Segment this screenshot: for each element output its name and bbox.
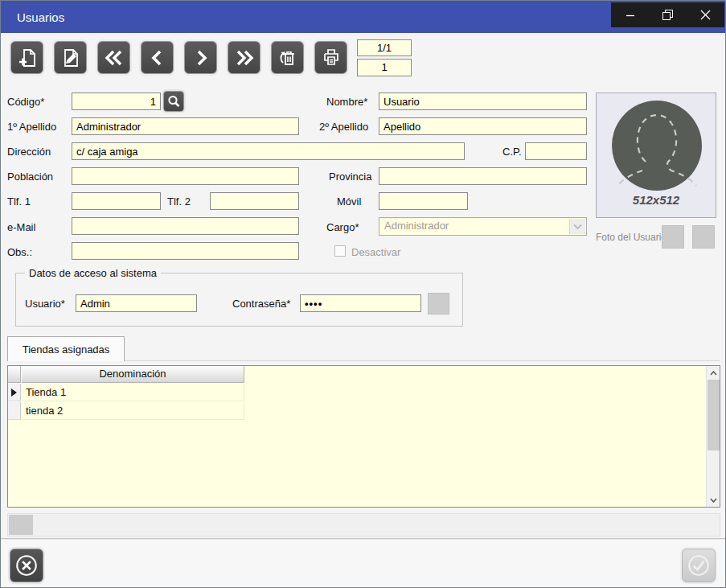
cargo-dropdown-button[interactable] [569, 219, 585, 234]
movil-label: Móvil [337, 195, 361, 208]
cancel-circle-x-icon [13, 552, 40, 579]
cancel-button[interactable] [10, 549, 43, 582]
row-indicator [8, 402, 21, 420]
grid-indicator-header [8, 366, 21, 383]
direccion-input[interactable] [72, 142, 465, 160]
scrollbar-thumb[interactable] [708, 380, 720, 450]
window-title: Usuarios [17, 10, 64, 24]
title-bar: Usuarios [1, 1, 725, 33]
last-record-button[interactable] [228, 41, 260, 74]
apellido1-input[interactable] [72, 117, 299, 135]
cargo-label: Cargo* [326, 221, 359, 233]
previous-record-button[interactable] [141, 41, 174, 74]
nombre-input[interactable] [379, 93, 587, 110]
provincia-input[interactable] [379, 167, 587, 185]
cp-label: C.P. [502, 146, 522, 158]
printer-icon [321, 47, 342, 68]
apellido2-input[interactable] [379, 117, 587, 135]
page-indicator: 1/1 [357, 39, 412, 56]
usuario-input[interactable] [76, 294, 197, 312]
photo-size-text: 512x512 [597, 193, 716, 207]
tlf2-label: Tlf. 2 [167, 195, 191, 208]
new-document-icon [17, 47, 38, 68]
delete-record-button[interactable] [271, 41, 304, 74]
tab-tiendas-asignadas[interactable]: Tiendas asignadas [7, 336, 125, 361]
nombre-label: Nombre* [326, 96, 367, 108]
desactivar-label: Desactivar [351, 246, 400, 258]
apellido2-label: 2º Apellido [319, 121, 368, 133]
current-row-marker-icon [11, 389, 17, 397]
movil-input[interactable] [379, 192, 468, 210]
minimize-button[interactable] [611, 2, 649, 27]
delete-trash-icon [277, 47, 298, 68]
cargo-selected-value: Administrador [384, 220, 449, 232]
email-label: e-Mail [7, 221, 35, 233]
new-record-button[interactable] [10, 41, 43, 74]
chevron-down-icon [573, 224, 582, 230]
horizontal-scrollbar-thumb[interactable] [9, 515, 33, 535]
chevron-down-icon [710, 498, 717, 503]
tlf2-input[interactable] [210, 192, 299, 210]
codigo-input[interactable] [72, 93, 161, 110]
usuario-label: Usuario* [25, 298, 65, 310]
accept-button[interactable] [682, 549, 716, 582]
grid-column-header-denominacion[interactable]: Denominación [22, 366, 244, 383]
accept-check-icon [685, 552, 712, 579]
obs-input[interactable] [72, 242, 299, 260]
search-button[interactable] [163, 91, 184, 112]
photo-clear-button[interactable] [692, 225, 715, 249]
cp-input[interactable] [525, 142, 587, 160]
bottom-bar [1, 539, 725, 587]
row-indicator-current [8, 384, 21, 401]
foto-del-usuario-label: Foto del Usuario [596, 232, 667, 243]
grid-horizontal-scrollbar[interactable] [7, 513, 720, 537]
provincia-label: Provincia [329, 171, 371, 183]
edit-document-icon [60, 47, 81, 68]
tiendas-grid: Denominación Tienda 1 tienda 2 [7, 365, 720, 508]
email-input[interactable] [72, 217, 299, 235]
tlf1-label: Tlf. 1 [7, 195, 31, 208]
contrasena-input[interactable] [300, 294, 421, 312]
apellido1-label: 1º Apellido [7, 121, 56, 133]
chevron-right-icon [191, 47, 211, 68]
desactivar-checkbox[interactable] [334, 245, 346, 257]
scroll-up-button[interactable] [707, 366, 720, 380]
chevrons-right-icon [234, 47, 255, 68]
record-number-field[interactable]: 1 [357, 59, 412, 76]
close-icon [700, 10, 711, 20]
access-group-title: Datos de acceso al sistema [25, 267, 161, 279]
print-button[interactable] [314, 41, 347, 74]
search-icon [166, 93, 182, 109]
edit-record-button[interactable] [54, 41, 87, 74]
obs-label: Obs.: [7, 246, 32, 258]
poblacion-label: Población [7, 171, 53, 183]
scroll-down-button[interactable] [707, 493, 720, 507]
photo-load-button[interactable] [662, 225, 684, 249]
usuarios-window: Usuarios [0, 0, 726, 588]
tab-label: Tiendas asignadas [23, 343, 110, 356]
chevron-up-icon [710, 371, 717, 376]
show-password-button[interactable] [428, 293, 449, 315]
grid-row-tienda-2[interactable]: tienda 2 [22, 402, 244, 420]
chevrons-left-icon [104, 47, 125, 68]
window-controls [611, 2, 724, 27]
first-record-button[interactable] [97, 41, 130, 74]
codigo-label: Código* [7, 96, 44, 108]
avatar [612, 101, 702, 191]
minimize-icon [626, 10, 635, 20]
poblacion-input[interactable] [72, 167, 299, 185]
photo-placeholder: 512x512 [596, 93, 716, 218]
contrasena-label: Contraseña* [232, 298, 290, 310]
person-silhouette-icon [612, 101, 702, 191]
grid-vertical-scrollbar[interactable] [706, 366, 720, 507]
tlf1-input[interactable] [72, 192, 161, 210]
close-button[interactable] [687, 2, 724, 27]
grid-row-tienda-1[interactable]: Tienda 1 [22, 384, 244, 401]
restore-button[interactable] [649, 2, 687, 27]
restore-icon [662, 10, 673, 20]
direccion-label: Dirección [7, 146, 51, 158]
next-record-button[interactable] [184, 41, 217, 74]
cargo-select[interactable]: Administrador [379, 217, 587, 236]
chevron-left-icon [147, 47, 168, 68]
